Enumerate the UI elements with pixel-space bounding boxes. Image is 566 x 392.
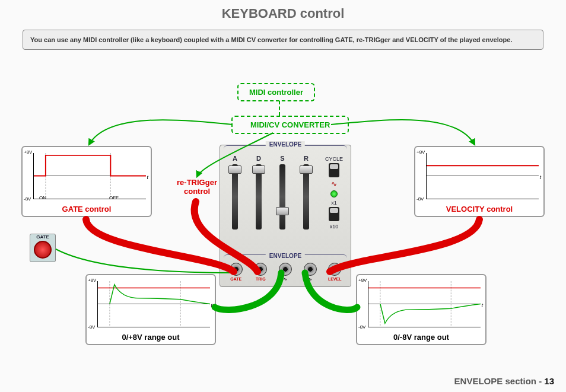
midi-controller-box: MIDI controller [237, 83, 315, 101]
slider-label: S [275, 155, 290, 162]
plot-caption: VELOCITY control [415, 205, 543, 213]
cycle-controls: CYCLE ∿ x1 x10 [323, 156, 345, 230]
slider-label: R [298, 155, 314, 162]
wave-icon: ∿ [323, 180, 345, 188]
positive-range-plot: +8V -8V t 0/+8V range out [85, 274, 216, 345]
module-section-label-bottom: ENVELOPE [266, 253, 305, 259]
gate-control-plot: +8V -8V t ON OFF GATE control [21, 146, 152, 217]
slider-label: D [251, 155, 266, 162]
axis-label: +8V [358, 278, 367, 283]
jack-label: ∿ [301, 277, 319, 282]
axis-label: t [147, 174, 148, 180]
gate-led-icon [34, 241, 52, 259]
velocity-control-plot: +8V -8V t VELOCITY control [414, 146, 545, 217]
plot-caption: 0/+8V range out [87, 333, 215, 342]
axis-label: t [539, 174, 541, 180]
slider-s[interactable]: S [275, 155, 290, 230]
slider-r[interactable]: R [298, 155, 314, 230]
jack-trig[interactable]: TRIG [252, 263, 269, 282]
axis-label: t [211, 302, 212, 308]
slider-label: A [227, 155, 243, 162]
jack-label: TRIG [252, 277, 269, 281]
axis-label: -8V [88, 324, 95, 330]
jack-out-pos[interactable]: ∿ [276, 263, 294, 282]
gate-button-label: GATE [30, 234, 55, 240]
page-footer: ENVELOPE section - 13 [454, 376, 554, 386]
jack-gate[interactable]: GATE [227, 263, 245, 282]
jack-row: GATE TRIG ∿ ∿ LEVEL [220, 263, 351, 282]
slider-row: A D S R [227, 155, 314, 230]
page-title: KEYBOARD control [0, 0, 566, 25]
axis-label: -8V [24, 196, 31, 202]
axis-label: +8V [416, 149, 425, 155]
jack-level[interactable]: LEVEL [326, 263, 344, 282]
footer-page-number: 13 [544, 376, 554, 386]
cycle-label: CYCLE [323, 156, 345, 162]
gate-button[interactable]: GATE [30, 234, 56, 262]
jack-label: ∿ [276, 277, 294, 282]
gate-on-label: ON [39, 195, 46, 200]
axis-label: +8V [88, 278, 96, 283]
axis-label: -8V [358, 324, 365, 330]
mult-x1-label: x1 [323, 200, 345, 206]
cycle-switch[interactable] [329, 163, 339, 177]
plot-caption: 0/-8V range out [357, 333, 485, 342]
module-section-label-top: ENVELOPE [266, 141, 305, 148]
mult-x10-label: x10 [323, 224, 345, 230]
slider-d[interactable]: D [251, 155, 266, 230]
jack-out-neg[interactable]: ∿ [301, 263, 319, 282]
gate-off-label: OFF [109, 195, 119, 200]
negative-range-plot: +8V -8V t 0/-8V range out [356, 274, 486, 345]
led-icon [330, 190, 338, 197]
jack-label: LEVEL [326, 277, 344, 281]
footer-section-label: ENVELOPE section - [454, 376, 545, 386]
plot-caption: GATE control [23, 205, 151, 213]
info-box: You can use any MIDI controller (like a … [23, 30, 543, 50]
envelope-module: ENVELOPE A D S R CYCLE ∿ x1 x10 ENVELOPE… [220, 145, 351, 287]
axis-label: t [481, 302, 483, 308]
slider-a[interactable]: A [227, 155, 243, 230]
mult-switch[interactable] [329, 207, 339, 221]
jack-label: GATE [227, 277, 245, 281]
retrigger-label: re-TRIGger control [176, 178, 218, 196]
axis-label: -8V [416, 196, 424, 202]
axis-label: +8V [24, 149, 32, 155]
connector-line [279, 101, 280, 116]
midi-cv-converter-box: MIDI/CV CONVERTER [231, 116, 349, 134]
